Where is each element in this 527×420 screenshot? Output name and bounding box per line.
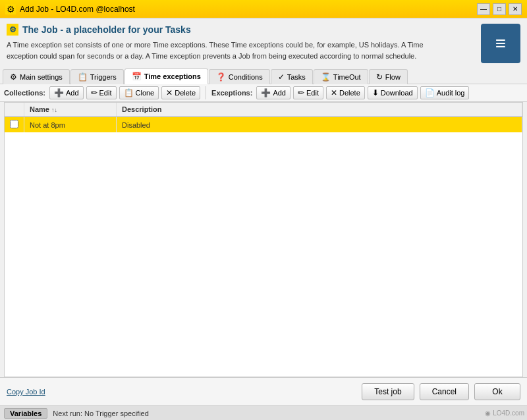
main-settings-icon: ⚙ [10, 72, 17, 82]
exc-delete-button[interactable]: ✕ Delete [326, 86, 365, 99]
tasks-icon: ✓ [278, 72, 285, 82]
tab-tasks[interactable]: ✓ Tasks [271, 69, 313, 84]
collections-label: Collections: [4, 89, 45, 97]
toolbar: Collections: ➕ Add ✏ Edit 📋 Clone ✕ Dele… [0, 84, 527, 102]
tab-time-exceptions-label: Time exceptions [144, 72, 201, 80]
app-icon: ⚙ [5, 4, 16, 14]
tab-conditions[interactable]: ❓ Conditions [209, 69, 270, 84]
watermark-text: ◉ LO4D.com [485, 409, 524, 417]
job-description: A Time exception set consists of one or … [7, 39, 455, 61]
exc-edit-button[interactable]: ✏ Edit [293, 86, 323, 99]
tab-flow[interactable]: ↻ Flow [369, 69, 408, 84]
row-name-cell: Not at 8pm [24, 117, 117, 132]
job-title: ⚙ The Job - a placeholder for your Tasks [7, 24, 474, 36]
exc-download-button[interactable]: ⬇ Download [368, 86, 418, 99]
exc-delete-label: Delete [339, 89, 360, 97]
exc-add-icon: ➕ [261, 88, 271, 97]
col-add-icon: ➕ [54, 88, 64, 97]
tab-flow-label: Flow [385, 73, 401, 81]
bottom-buttons: Test job Cancel Ok [362, 383, 520, 400]
next-run-text: Next run: No Trigger specified [53, 409, 149, 417]
tab-timeout-label: TimeOut [333, 73, 361, 81]
window-title: Add Job - LO4D.com @localhost [20, 5, 135, 14]
col-checkbox-header [5, 103, 24, 117]
col-edit-label: Edit [99, 89, 112, 97]
window-controls: — □ ✕ [477, 3, 522, 15]
data-table: Name ↑↓ Description Not at 8pm Disabled [5, 103, 522, 132]
col-edit-button[interactable]: ✏ Edit [86, 86, 117, 99]
doc-panel: ≡ [481, 24, 520, 63]
tab-timeout[interactable]: ⌛ TimeOut [314, 69, 368, 84]
job-title-text: The Job - a placeholder for your Tasks [22, 24, 191, 35]
col-desc-header: Description [117, 103, 522, 117]
tab-tasks-label: Tasks [287, 73, 306, 81]
col-delete-label: Delete [175, 89, 196, 97]
variables-tab[interactable]: Variables [4, 408, 47, 419]
col-clone-label: Clone [136, 89, 155, 97]
row-checkbox-cell [5, 117, 24, 132]
col-edit-icon: ✏ [91, 88, 97, 97]
header-left: ⚙ The Job - a placeholder for your Tasks… [7, 24, 474, 61]
header-section: ⚙ The Job - a placeholder for your Tasks… [0, 18, 527, 68]
copy-job-id-link[interactable]: Copy Job Id [7, 388, 45, 396]
exc-add-button[interactable]: ➕ Add [256, 86, 291, 99]
title-bar: ⚙ Add Job - LO4D.com @localhost — □ ✕ [0, 0, 527, 18]
minimize-button[interactable]: — [477, 3, 490, 15]
exc-edit-label: Edit [306, 89, 319, 97]
exc-add-label: Add [273, 89, 286, 97]
name-sort-icon: ↑↓ [51, 107, 57, 113]
close-button[interactable]: ✕ [509, 3, 522, 15]
exc-audit-label: Audit log [437, 89, 465, 97]
main-container: ⚙ The Job - a placeholder for your Tasks… [0, 18, 527, 420]
test-job-button[interactable]: Test job [362, 383, 414, 400]
bottom-bar: Copy Job Id Test job Cancel Ok [0, 377, 527, 406]
tab-conditions-label: Conditions [229, 73, 263, 81]
exc-delete-icon: ✕ [331, 88, 337, 97]
table-row[interactable]: Not at 8pm Disabled [5, 117, 522, 132]
exc-edit-icon: ✏ [298, 88, 304, 97]
col-add-button[interactable]: ➕ Add [49, 86, 84, 99]
content-area: Name ↑↓ Description Not at 8pm Disabled [4, 102, 523, 377]
flow-icon: ↻ [376, 72, 383, 82]
time-exceptions-icon: 📅 [132, 72, 142, 81]
exc-audit-button[interactable]: 📄 Audit log [420, 86, 470, 99]
col-clone-icon: 📋 [124, 88, 134, 97]
exceptions-label: Exceptions: [211, 89, 252, 97]
col-delete-icon: ✕ [166, 88, 173, 97]
triggers-icon: 📋 [78, 72, 88, 82]
tab-triggers[interactable]: 📋 Triggers [70, 69, 124, 84]
maximize-button[interactable]: □ [493, 3, 506, 15]
tab-main-settings[interactable]: ⚙ Main settings [3, 69, 70, 84]
toolbar-separator [206, 86, 206, 99]
ok-button[interactable]: Ok [474, 383, 520, 400]
tab-main-settings-label: Main settings [20, 73, 63, 81]
col-delete-button[interactable]: ✕ Delete [161, 86, 200, 99]
tab-time-exceptions[interactable]: 📅 Time exceptions [125, 68, 208, 84]
col-add-label: Add [66, 89, 79, 97]
doc-icon: ≡ [495, 33, 506, 54]
conditions-icon: ❓ [216, 72, 226, 82]
timeout-icon: ⌛ [321, 72, 331, 82]
row-checkbox[interactable] [10, 120, 18, 128]
col-name-header: Name ↑↓ [24, 103, 117, 117]
exc-audit-icon: 📄 [425, 88, 435, 97]
cancel-button[interactable]: Cancel [420, 383, 469, 400]
exc-download-label: Download [381, 89, 413, 97]
col-clone-button[interactable]: 📋 Clone [119, 86, 159, 99]
job-title-icon: ⚙ [7, 24, 18, 36]
row-desc-cell: Disabled [117, 117, 522, 132]
exc-download-icon: ⬇ [372, 88, 379, 97]
tab-triggers-label: Triggers [90, 73, 117, 81]
watermark: ◉ LO4D.com [474, 406, 527, 420]
tab-bar: ⚙ Main settings 📋 Triggers 📅 Time except… [0, 68, 527, 84]
status-bar: Variables Next run: No Trigger specified… [0, 406, 527, 420]
